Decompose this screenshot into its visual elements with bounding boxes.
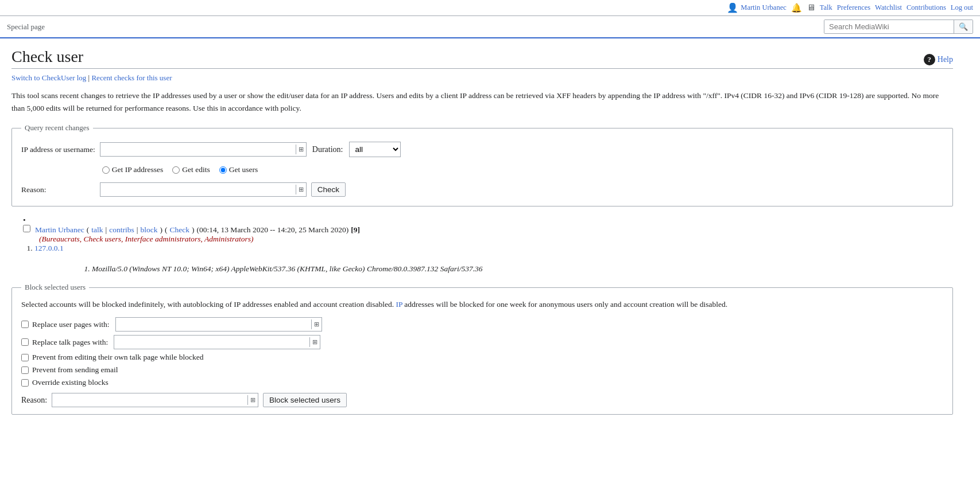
query-form-table: IP address or username: 127.0.0.1 ⊞ Dura… xyxy=(21,139,405,199)
result-list: Martin Urbanec ( talk | contribs | block… xyxy=(11,216,953,274)
pipe2: | xyxy=(137,225,138,235)
block-reason-input-icon[interactable]: ⊞ xyxy=(247,395,258,405)
block-reason-wrapper: ⊞ xyxy=(52,393,258,407)
duration-label: Duration: xyxy=(312,145,343,154)
radio-cell: Get IP addresses Get edits Get users xyxy=(100,159,405,180)
prevent-email-label: Prevent from sending email xyxy=(32,365,118,375)
duration-select[interactable]: all 1 week 2 weeks 1 month 3 months 6 mo… xyxy=(349,142,401,157)
top-bar: 👤 Martin Urbanec 🔔 🖥 Talk Preferences Wa… xyxy=(0,0,980,16)
user-info: 👤 Martin Urbanec xyxy=(727,2,786,13)
ip-link[interactable]: 127.0.0.1 xyxy=(34,244,64,252)
search-box: 🔍 xyxy=(824,20,973,34)
ip-cell: 127.0.0.1 ⊞ Duration: all 1 week 2 weeks… xyxy=(100,139,405,159)
search-button[interactable]: 🔍 xyxy=(954,20,973,33)
block-fieldset: Block selected users Selected accounts w… xyxy=(11,283,953,415)
prevent-talk-checkbox[interactable] xyxy=(21,354,29,361)
block-description: Selected accounts will be blocked indefi… xyxy=(21,299,943,310)
page-title: Check user xyxy=(11,48,83,66)
radio-get-edits-label[interactable]: Get edits xyxy=(172,165,210,174)
reason-input-icon[interactable]: ⊞ xyxy=(296,185,306,194)
block-reason-label: Reason: xyxy=(21,396,47,405)
prevent-email-checkbox[interactable] xyxy=(21,366,29,374)
ip-label: IP address or username: xyxy=(21,139,100,159)
user-links: ( xyxy=(87,225,90,235)
talk-link[interactable]: Talk xyxy=(820,3,832,12)
ip-input[interactable]: 127.0.0.1 xyxy=(100,143,296,156)
recent-checks-link[interactable]: Recent checks for this user xyxy=(91,73,172,82)
override-checkbox[interactable] xyxy=(21,379,29,387)
contributions-link[interactable]: Contributions xyxy=(907,3,946,12)
radio-get-edits[interactable] xyxy=(172,166,180,174)
description-text: This tool scans recent changes to retrie… xyxy=(11,89,953,114)
help-label[interactable]: Help xyxy=(938,55,953,64)
date-range: (00:14, 13 March 2020 -- 14:20, 25 March… xyxy=(197,225,349,235)
screen-icon[interactable]: 🖥 xyxy=(807,3,815,13)
radio-get-ip[interactable] xyxy=(102,166,110,174)
radio-get-users[interactable] xyxy=(219,166,227,174)
block-reason-input[interactable] xyxy=(52,393,247,407)
replace-user-row: Replace user pages with: ⊞ xyxy=(21,317,943,332)
preferences-link[interactable]: Preferences xyxy=(837,3,870,12)
user-talk-link[interactable]: talk xyxy=(91,225,103,235)
radio-row-tr: Get IP addresses Get edits Get users xyxy=(21,159,405,180)
prevent-email-row: Prevent from sending email xyxy=(21,365,943,375)
special-page-label: Special page xyxy=(7,22,45,32)
radio-get-ip-label[interactable]: Get IP addresses xyxy=(102,165,163,174)
check-button[interactable]: Check xyxy=(311,182,346,197)
username-link[interactable]: Martin Urbanec xyxy=(741,3,786,12)
help-link: ? Help xyxy=(924,54,953,65)
replace-talk-input-icon[interactable]: ⊞ xyxy=(309,337,320,347)
reason-input[interactable]: test xyxy=(100,183,296,196)
replace-talk-row: Replace talk pages with: ⊞ xyxy=(21,335,943,349)
ip-list: 127.0.0.1 xyxy=(34,244,953,253)
replace-talk-input-wrapper: ⊞ xyxy=(114,335,320,349)
replace-talk-input[interactable] xyxy=(114,336,309,349)
result-username-link[interactable]: Martin Urbanec xyxy=(35,225,84,235)
block-section: Selected accounts will be blocked indefi… xyxy=(21,299,943,407)
ua-item: Mozilla/5.0 (Windows NT 10.0; Win64; x64… xyxy=(92,264,953,274)
watchlist-link[interactable]: Watchlist xyxy=(875,3,902,12)
query-fieldset: Query recent changes IP address or usern… xyxy=(11,123,953,206)
reason-row-tr: Reason: test ⊞ Check xyxy=(21,180,405,199)
replace-user-checkbox[interactable] xyxy=(21,321,29,328)
radio-get-users-label[interactable]: Get users xyxy=(219,165,258,174)
pipe1: | xyxy=(106,225,107,235)
ua-list: Mozilla/5.0 (Windows NT 10.0; Win64; x64… xyxy=(57,264,953,274)
ip-item: 127.0.0.1 xyxy=(34,244,953,253)
ip-link-desc[interactable]: IP xyxy=(396,300,402,309)
block-desc-part1: Selected accounts will be blocked indefi… xyxy=(21,300,394,309)
reason-cell: test ⊞ Check xyxy=(100,180,405,199)
user-contribs-link[interactable]: contribs xyxy=(109,225,134,235)
replace-user-input-icon[interactable]: ⊞ xyxy=(311,319,321,329)
replace-talk-checkbox[interactable] xyxy=(21,338,29,346)
notifications-icon[interactable]: 🔔 xyxy=(791,3,802,13)
result-section: Martin Urbanec ( talk | contribs | block… xyxy=(11,216,953,274)
block-legend: Block selected users xyxy=(21,283,89,292)
open-paren2: ( xyxy=(165,225,168,235)
radio-get-ip-text: Get IP addresses xyxy=(112,165,163,174)
replace-talk-label: Replace talk pages with: xyxy=(32,338,108,347)
radio-spacer xyxy=(21,159,100,180)
user-block-link[interactable]: block xyxy=(141,225,158,235)
block-selected-users-button[interactable]: Block selected users xyxy=(263,393,347,407)
logout-link[interactable]: Log out xyxy=(951,3,973,12)
user-checkbox[interactable] xyxy=(23,225,30,232)
radio-get-users-text: Get users xyxy=(229,165,258,174)
radio-get-edits-text: Get edits xyxy=(182,165,210,174)
replace-user-input[interactable] xyxy=(116,318,311,331)
prevent-talk-label: Prevent from editing their own talk page… xyxy=(32,353,203,362)
switch-checkuser-link[interactable]: Switch to CheckUser log xyxy=(11,73,86,82)
search-input[interactable] xyxy=(824,20,954,33)
close-paren: ) xyxy=(160,225,163,235)
ip-row: IP address or username: 127.0.0.1 ⊞ Dura… xyxy=(21,139,405,159)
groups-line: (Bureaucrats, Check users, Interface adm… xyxy=(39,235,953,244)
reason-input-wrapper: test ⊞ xyxy=(100,182,307,197)
user-check-link[interactable]: Check xyxy=(170,225,190,235)
sub-links: Switch to CheckUser log | Recent checks … xyxy=(11,73,953,83)
reason-label: Reason: xyxy=(21,180,100,199)
user-icon: 👤 xyxy=(727,2,738,13)
block-reason-row: Reason: ⊞ Block selected users xyxy=(21,393,943,407)
ip-input-icon[interactable]: ⊞ xyxy=(296,145,306,154)
edit-count: [9] xyxy=(351,225,360,235)
main-content: Check user ? Help Switch to CheckUser lo… xyxy=(0,38,964,433)
